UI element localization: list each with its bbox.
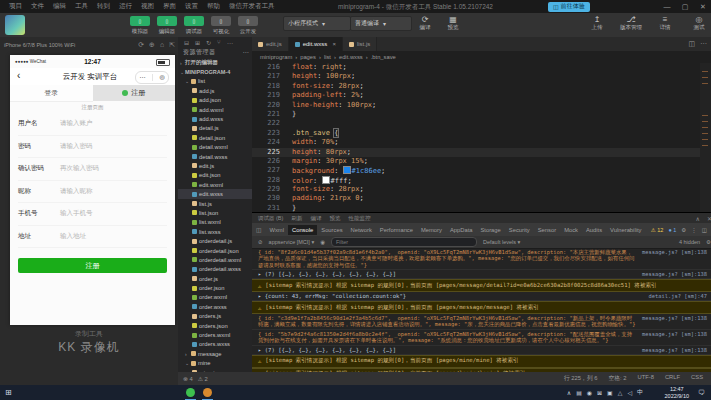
breadcrumb-list[interactable]: list — [324, 54, 331, 60]
refresh-icon[interactable]: ↻ — [206, 39, 211, 46]
tree-item-list.wxss[interactable]: list.wxss — [178, 227, 252, 236]
field-input[interactable]: 输入地址 — [60, 232, 86, 241]
test-button[interactable]: ◎测试 — [686, 15, 711, 31]
toggle-云开发[interactable]: ▯ — [238, 16, 258, 26]
field-input[interactable]: 请输入密码 — [60, 142, 93, 151]
version-button[interactable]: ⎇版本管理 — [618, 15, 644, 31]
close-icon[interactable]: ✕ — [707, 215, 711, 222]
menu-item-视图[interactable]: 视图 — [141, 2, 154, 11]
source-link[interactable]: message.js? [sm]:138 — [642, 347, 707, 353]
field-input[interactable]: 输入手机号 — [60, 209, 93, 218]
split-editor-icon[interactable]: ◫ — [688, 40, 695, 48]
notification-icon[interactable]: 🗨 — [698, 389, 705, 396]
tree-item-edit.js[interactable]: edit.js — [178, 161, 252, 170]
devtools-tab-Console[interactable]: Console — [288, 225, 317, 235]
dock-icon[interactable]: ◫ — [702, 227, 707, 233]
levels-dropdown[interactable]: Default levels ▾ — [483, 239, 520, 245]
new-file-icon[interactable]: ⊞ — [195, 39, 200, 46]
tray-icon[interactable]: 中 — [637, 388, 643, 397]
menu-item-运行[interactable]: 运行 — [119, 2, 132, 11]
toggle-编辑器[interactable]: ▯ — [157, 16, 177, 26]
source-link[interactable]: detail.js? [sm]:47 — [649, 293, 707, 299]
tree-item-order.json[interactable]: order.json — [178, 283, 252, 292]
tree-item-order.js[interactable]: order.js — [178, 274, 252, 283]
tree-item-edit.wxml[interactable]: edit.wxml — [178, 180, 252, 189]
tab-register[interactable]: 注册 — [93, 85, 176, 101]
devtools-tab-Memory[interactable]: Memory — [417, 225, 446, 235]
breadcrumb-miniprogram[interactable]: miniprogram — [260, 54, 292, 60]
debugger-menu-item[interactable]: 预览 — [329, 215, 340, 222]
warning-badge[interactable]: ⚠ 12 — [651, 227, 664, 233]
tree-item-list.js[interactable]: list.js — [178, 199, 252, 208]
tree-item-add.wxss[interactable]: add.wxss — [178, 114, 252, 123]
collapse-all-icon[interactable]: ⊟ — [184, 39, 189, 46]
tray-icon[interactable]: ◁ — [627, 389, 632, 396]
code-area[interactable]: 216float: right;217height: 100rpx;218fon… — [252, 63, 711, 212]
wechat-taskbar-icon[interactable] — [186, 388, 195, 397]
tab-login[interactable]: 登录 — [10, 85, 93, 102]
menu-item-设置[interactable]: 设置 — [185, 2, 198, 11]
start-button-icon[interactable]: ⊞ — [5, 388, 12, 397]
devtools-tab-Vulnerability[interactable]: Vulnerability — [606, 225, 645, 235]
tree-item-list.wxml[interactable]: list.wxml — [178, 218, 252, 227]
breadcrumb-edit.wxss[interactable]: edit.wxss — [339, 54, 363, 60]
tree-item-add.json[interactable]: add.json — [178, 96, 252, 105]
close-button[interactable]: ✕ — [695, 0, 711, 13]
editor-tab-edit.wxss[interactable]: edit.wxss× — [289, 37, 343, 51]
tree-item-orders.wxss[interactable]: orders.wxss — [178, 340, 252, 349]
maximize-button[interactable]: ▢ — [677, 0, 693, 13]
home-icon[interactable]: ⌂ — [160, 41, 164, 49]
more-icon[interactable]: ⋮ — [691, 227, 697, 233]
tree-item-detail.wxss[interactable]: detail.wxss — [178, 152, 252, 161]
debugger-menu-item[interactable]: 编译 — [310, 215, 321, 222]
tray-icon[interactable]: ▣ — [607, 389, 613, 396]
taskbar-clock[interactable]: 12:472022/9/10 — [665, 386, 689, 399]
menu-item-转到[interactable]: 转到 — [97, 2, 110, 11]
rotate-icon[interactable]: ⟳ — [138, 41, 144, 49]
wechat-capsule[interactable]: ⋯ ◎ — [135, 71, 169, 84]
field-input[interactable]: 请输入昵称 — [60, 187, 93, 196]
status-item[interactable]: CRLF — [665, 374, 680, 383]
tree-item-order.wxss[interactable]: order.wxss — [178, 302, 252, 311]
clear-console-icon[interactable]: ⊘ — [258, 239, 263, 245]
minimap[interactable] — [700, 63, 711, 212]
breadcrumb-pages[interactable]: pages — [300, 54, 316, 60]
devtools-tab-Audits[interactable]: Audits — [582, 225, 606, 235]
gear-icon[interactable]: ⚙ — [706, 239, 711, 245]
status-item[interactable]: ⚠ 2 — [198, 376, 208, 382]
devtools-tab-Storage[interactable]: Storage — [476, 225, 504, 235]
devtools-tab-Sources[interactable]: Sources — [317, 225, 346, 235]
tree-item-detail.js[interactable]: detail.js — [178, 124, 252, 133]
source-link[interactable]: message.js? [sm]:138 — [642, 249, 707, 268]
field-input[interactable]: 再次输入密码 — [60, 164, 99, 173]
status-item[interactable]: CSS — [691, 374, 703, 383]
tree-item-order.wxml[interactable]: order.wxml — [178, 293, 252, 302]
devtools-tab-Wxml[interactable]: Wxml — [265, 225, 288, 235]
add-icon[interactable]: ⊕ — [149, 41, 155, 49]
status-item[interactable]: UTF-8 — [638, 374, 654, 383]
devtools-tab-Mock[interactable]: Mock — [560, 225, 582, 235]
user-avatar[interactable] — [5, 15, 25, 35]
tree-item-orderdetail.wxml[interactable]: orderdetail.wxml — [178, 255, 252, 264]
breadcrumb[interactable]: miniprogram›pages›list›edit.wxss›.btn_sa… — [260, 52, 396, 61]
tree-item-orderdetail.js[interactable]: orderdetail.js — [178, 236, 252, 245]
back-icon[interactable]: ‹ — [17, 70, 20, 81]
status-item[interactable]: ⊗ 4 — [183, 376, 193, 382]
tree-item-add.js[interactable]: add.js — [178, 86, 252, 95]
editor-tab-edit.js[interactable]: edit.js — [252, 37, 289, 51]
tray-icon[interactable]: ∧ — [567, 389, 571, 396]
tree-item-orders.wxml[interactable]: orders.wxml — [178, 330, 252, 339]
tree-item-orderdetail.wxss[interactable]: orderdetail.wxss — [178, 265, 252, 274]
devtools-taskbar-icon[interactable] — [203, 388, 212, 397]
tree-section[interactable]: ›打开的编辑器 — [178, 58, 252, 67]
register-button[interactable]: 注册 — [18, 258, 167, 273]
menu-item-编辑[interactable]: 编辑 — [53, 2, 66, 11]
menu-item-微信开发者工具[interactable]: 微信开发者工具 — [229, 2, 275, 11]
tree-item-orders.json[interactable]: orders.json — [178, 321, 252, 330]
source-link[interactable]: message.js? [sm]:138 — [642, 315, 707, 328]
menu-item-帮助[interactable]: 帮助 — [207, 2, 220, 11]
editor-tab-list.js[interactable]: list.js — [343, 37, 377, 51]
settings-icon[interactable]: ⚙ — [681, 227, 686, 233]
devtools-tab-Performance[interactable]: Performance — [376, 225, 417, 235]
field-input[interactable]: 请输入账户 — [60, 119, 93, 128]
